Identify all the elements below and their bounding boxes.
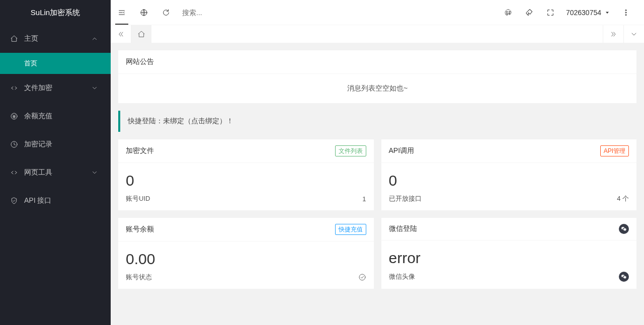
svg-point-10 <box>509 11 510 13</box>
card-footer-label: 微信头像 <box>389 272 415 281</box>
wechat-login-card: 微信登陆 error 微信头像 <box>381 218 637 289</box>
quick-recharge-badge[interactable]: 快捷充值 <box>335 224 366 235</box>
svg-point-9 <box>506 11 508 13</box>
api-calls-card: API调用 API管理 0 已开放接口 4 个 <box>381 139 637 210</box>
search-input[interactable] <box>177 0 498 25</box>
tab-home[interactable] <box>131 25 151 43</box>
username-label: 702630754 <box>566 9 601 17</box>
refresh-button[interactable] <box>155 0 177 25</box>
balance-card: 账号余额 快捷充值 0.00 账号状态 <box>118 218 374 289</box>
svg-point-13 <box>625 10 626 11</box>
card-footer-label: 账号UID <box>126 194 150 203</box>
theme-button[interactable] <box>498 0 519 25</box>
check-circle-icon <box>358 273 366 281</box>
chevron-up-icon <box>91 35 98 42</box>
sidebar-item-label: 网页工具 <box>24 168 91 177</box>
api-manage-badge[interactable]: API管理 <box>600 145 629 156</box>
announcement-title: 网站公告 <box>118 50 636 74</box>
svg-point-15 <box>625 14 626 15</box>
menu-toggle-button[interactable] <box>111 0 133 25</box>
code-icon <box>10 169 18 177</box>
tabs-scroll-right[interactable] <box>603 25 623 43</box>
chevron-down-icon <box>91 169 98 176</box>
sidebar-item-encrypt[interactable]: 文件加密 <box>0 74 111 102</box>
sidebar-subitem-index[interactable]: 首页 <box>0 53 111 74</box>
card-title: 加密文件 <box>126 146 154 155</box>
quick-login-prefix: 快捷登陆： <box>128 117 163 125</box>
sidebar-submenu-home: 首页 <box>0 53 111 74</box>
api-count-value: 0 <box>381 163 637 194</box>
announcement-card: 网站公告 消息列表空空如也~ <box>118 50 636 103</box>
card-footer-label: 账号状态 <box>126 273 152 282</box>
card-footer-value: 4 个 <box>617 194 629 203</box>
home-icon <box>10 35 18 43</box>
sidebar-item-recharge[interactable]: 余额充值 <box>0 102 111 130</box>
file-list-badge[interactable]: 文件列表 <box>335 145 366 156</box>
user-menu[interactable]: 702630754 <box>561 9 615 17</box>
sidebar-item-label: 加密记录 <box>24 140 98 149</box>
svg-point-11 <box>506 13 508 15</box>
quick-login-status: 未绑定（点击绑定）！ <box>163 117 233 125</box>
svg-point-14 <box>625 12 626 13</box>
code-icon <box>10 84 18 92</box>
sidebar-item-api[interactable]: API 接口 <box>0 187 111 215</box>
tabs-dropdown[interactable] <box>624 25 644 43</box>
sidebar-menu: 主页 首页 文件加密 余额充值 <box>0 25 111 325</box>
card-title: 微信登陆 <box>389 224 417 233</box>
chevron-down-icon <box>91 85 98 92</box>
clock-icon <box>10 140 18 148</box>
tab-strip <box>111 25 644 43</box>
sidebar-item-label: API 接口 <box>24 196 98 205</box>
card-title: 账号余额 <box>126 225 154 234</box>
sidebar-item-webtools[interactable]: 网页工具 <box>0 158 111 187</box>
sidebar-item-label: 文件加密 <box>24 84 91 93</box>
shield-icon <box>10 197 18 205</box>
quick-login-banner[interactable]: 快捷登陆：未绑定（点击绑定）！ <box>118 111 636 132</box>
svg-point-16 <box>359 274 365 280</box>
sidebar-item-label: 余额充值 <box>24 112 98 121</box>
topbar: 702630754 <box>111 0 644 25</box>
encrypt-files-card: 加密文件 文件列表 0 账号UID 1 <box>118 139 374 210</box>
app-title: SuLin加密系统 <box>0 0 111 25</box>
card-title: API调用 <box>389 146 415 155</box>
fullscreen-button[interactable] <box>540 0 561 25</box>
announcement-empty-text: 消息列表空空如也~ <box>118 74 636 103</box>
balance-value: 0.00 <box>118 241 374 273</box>
content-area: 网站公告 消息列表空空如也~ 快捷登陆：未绑定（点击绑定）！ 加密文件 文件列表… <box>111 43 644 325</box>
note-button[interactable] <box>519 0 540 25</box>
wechat-login-value: error <box>381 240 637 272</box>
globe-icon[interactable] <box>133 0 155 25</box>
tabs-scroll-left[interactable] <box>111 25 131 43</box>
encrypt-count-value: 0 <box>118 163 374 194</box>
yen-icon <box>10 112 18 120</box>
sidebar-item-home[interactable]: 主页 <box>0 25 111 53</box>
card-footer-value: 1 <box>362 195 366 203</box>
sidebar: SuLin加密系统 主页 首页 文件加密 <box>0 0 111 325</box>
wechat-icon <box>619 272 629 282</box>
sidebar-item-records[interactable]: 加密记录 <box>0 130 111 158</box>
card-footer-label: 已开放接口 <box>389 194 422 203</box>
more-button[interactable] <box>615 0 636 25</box>
wechat-icon[interactable] <box>619 224 629 234</box>
sidebar-item-label: 主页 <box>24 34 91 43</box>
